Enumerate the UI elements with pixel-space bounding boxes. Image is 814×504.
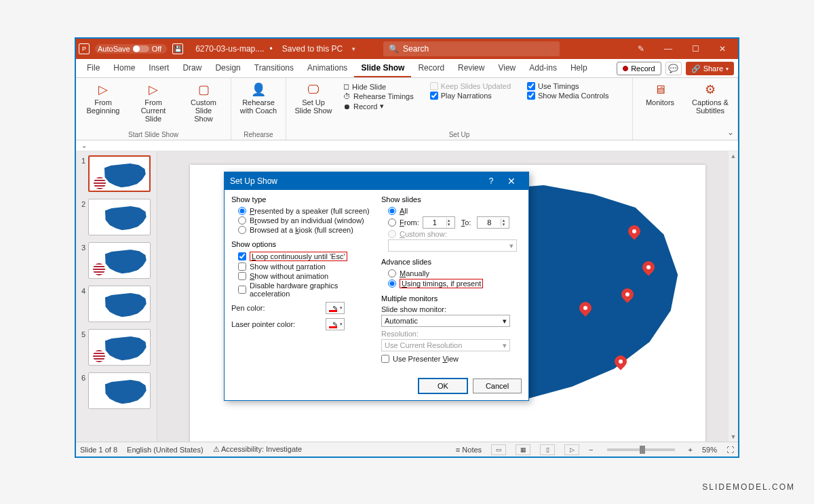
resolution-select: Use Current Resolution▾ [381, 339, 510, 351]
tab-view[interactable]: View [491, 59, 522, 77]
record-button[interactable]: Record [617, 62, 661, 75]
dialog-help-button[interactable]: ? [482, 176, 500, 186]
radio-from-to[interactable]: From: ▲▼ To: ▲▼ [381, 216, 522, 229]
thumbnail-6[interactable]: 6 [79, 372, 154, 409]
radio-presented[interactable]: Presented by a speaker (full screen) [231, 206, 372, 216]
monitor-select[interactable]: Automatic▾ [381, 315, 510, 327]
radio-browsed-individual[interactable]: Browsed by an individual (window) [231, 216, 372, 225]
tab-animations[interactable]: Animations [301, 59, 354, 77]
show-options-group: Show options Loop continuously until 'Es… [231, 240, 372, 331]
comments-button[interactable]: 💬 [665, 62, 682, 75]
multiple-monitors-group: Multiple monitors Slide show monitor: Au… [381, 294, 522, 364]
tab-review[interactable]: Review [451, 59, 491, 77]
monitor-icon: 🖥 [651, 82, 670, 97]
close-button[interactable]: ✕ [714, 41, 731, 56]
thumbnail-3[interactable]: 3 [79, 242, 154, 279]
zoom-in-button[interactable]: + [689, 446, 693, 454]
rehearse-timings-button[interactable]: ⏱ Rehearse Timings [343, 92, 414, 100]
tab-draw[interactable]: Draw [176, 59, 208, 77]
tab-file[interactable]: File [80, 59, 106, 77]
watermark: SLIDEMODEL.COM [702, 482, 795, 492]
tab-transitions[interactable]: Transitions [248, 59, 301, 77]
filename-dropdown-icon[interactable]: ▼ [351, 46, 356, 52]
to-spinner[interactable]: ▲▼ [477, 216, 509, 229]
laser-color-button[interactable]: ✎▾ [326, 318, 345, 330]
reading-view-button[interactable]: ▯ [540, 444, 555, 455]
autosave-switch-icon [133, 45, 149, 52]
save-icon[interactable]: 💾 [172, 43, 183, 54]
play-narrations-checkbox[interactable]: Play Narrations [430, 92, 511, 100]
zoom-slider[interactable] [607, 448, 675, 451]
tab-insert[interactable]: Insert [142, 59, 176, 77]
share-button[interactable]: 🔗 Share ▾ [686, 62, 734, 75]
advance-slides-group: Advance slides Manually Using timings, i… [381, 258, 522, 289]
group-label: Start Slide Show [128, 130, 178, 138]
from-spinner[interactable]: ▲▼ [423, 216, 455, 229]
from-beginning-button[interactable]: ▷FromBeginning [81, 81, 125, 115]
setup-show-button[interactable]: 🖵Set UpSlide Show [292, 81, 335, 115]
show-media-checkbox[interactable]: Show Media Controls [527, 92, 609, 100]
radio-all[interactable]: All [381, 206, 522, 216]
thumbnail-4[interactable]: 4 [79, 286, 154, 322]
tab-slide-show[interactable]: Slide Show [354, 59, 411, 77]
use-timings-checkbox[interactable]: Use Timings [527, 82, 609, 90]
qat-expand-row[interactable]: ⌄ [76, 140, 738, 151]
hide-slide-button[interactable]: ◻ Hide Slide [343, 82, 414, 91]
ribbon-tabs: FileHomeInsertDrawDesignTransitionsAnima… [76, 59, 738, 78]
ribbon-mode-icon[interactable]: ✎ [632, 41, 650, 56]
check-no-animation[interactable]: Show without animation [231, 271, 372, 281]
dialog-titlebar: Set Up Show ? ✕ [225, 172, 528, 190]
custom-show-icon: ▢ [194, 82, 213, 97]
language-indicator[interactable]: English (United States) [127, 446, 204, 454]
fit-window-button[interactable]: ⛶ [726, 446, 734, 454]
tab-help[interactable]: Help [564, 59, 594, 77]
collapse-ribbon-icon[interactable]: ⌄ [727, 128, 734, 137]
cancel-button[interactable]: Cancel [473, 379, 522, 393]
check-disable-hw[interactable]: Disable hardware graphics acceleration [231, 281, 372, 298]
search-placeholder: Search [403, 44, 429, 54]
check-loop[interactable]: Loop continuously until 'Esc' [231, 251, 372, 262]
dialog-title: Set Up Show [230, 176, 277, 186]
maximize-button[interactable]: ☐ [686, 41, 704, 56]
group-label: Set Up [449, 130, 470, 138]
thumbnail-5[interactable]: 5 [79, 329, 154, 366]
zoom-out-button[interactable]: − [589, 446, 593, 454]
rehearse-coach-button[interactable]: 👤Rehearsewith Coach [237, 81, 280, 115]
monitors-button[interactable]: 🖥Monitors [638, 81, 682, 106]
ribbon-group-rehearse: 👤Rehearsewith Coach Rehearse [231, 78, 286, 140]
presenter-view-check[interactable]: Use Presenter View [381, 354, 522, 364]
pen-color-button[interactable]: ✎▾ [326, 302, 345, 314]
setup-icon: 🖵 [304, 82, 323, 97]
custom-show-button[interactable]: ▢Custom SlideShow [182, 81, 225, 123]
minimize-button[interactable]: — [659, 41, 677, 56]
tab-add-ins[interactable]: Add-ins [522, 59, 564, 77]
tab-home[interactable]: Home [106, 59, 142, 77]
radio-timings[interactable]: Using timings, if present [381, 278, 522, 289]
normal-view-button[interactable]: ▭ [491, 444, 506, 455]
search-input[interactable]: 🔍 Search [383, 41, 560, 56]
ok-button[interactable]: OK [419, 379, 467, 393]
thumbnail-1[interactable]: 1 [79, 155, 154, 192]
ribbon-group-start: ▷FromBeginning ▷FromCurrent Slide ▢Custo… [76, 78, 231, 140]
autosave-toggle[interactable]: AutoSave Off [95, 44, 167, 54]
radio-manually[interactable]: Manually [381, 269, 522, 278]
radio-browsed-kiosk[interactable]: Browsed at a kiosk (full screen) [231, 225, 372, 235]
captions-button[interactable]: ⚙Captions &Subtitles [689, 81, 732, 115]
notes-button[interactable]: ≡ Notes [456, 446, 482, 454]
thumbnail-2[interactable]: 2 [79, 199, 154, 235]
keep-updated-checkbox[interactable]: Keep Slides Updated [430, 82, 511, 90]
record-dropdown-button[interactable]: ⏺ Record ▾ [343, 102, 414, 111]
accessibility-indicator[interactable]: ⚠ Accessibility: Investigate [213, 445, 303, 454]
slideshow-view-button[interactable]: ▷ [564, 444, 579, 455]
tab-record[interactable]: Record [411, 59, 451, 77]
sorter-view-button[interactable]: ▦ [516, 444, 530, 455]
dialog-close-button[interactable]: ✕ [500, 176, 523, 187]
group-label: Rehearse [244, 130, 273, 138]
radio-custom-show[interactable]: Custom show: [381, 229, 522, 239]
check-no-narration[interactable]: Show without narration [231, 262, 372, 271]
vertical-scrollbar[interactable]: ▲▼ [729, 151, 738, 442]
thumbnail-panel: 123456 [76, 151, 157, 442]
from-current-button[interactable]: ▷FromCurrent Slide [132, 81, 175, 123]
tab-design[interactable]: Design [208, 59, 247, 77]
filename: 6270-03-us-map.... [195, 44, 264, 54]
